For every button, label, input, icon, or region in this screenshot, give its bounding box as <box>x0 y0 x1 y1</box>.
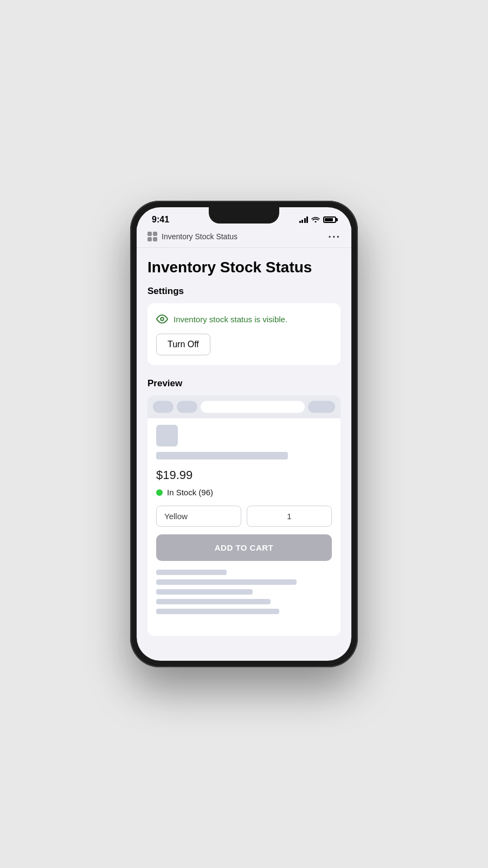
phone-frame: 9:41 <box>130 201 358 667</box>
product-title-placeholder <box>156 452 288 459</box>
signal-icon <box>299 216 309 223</box>
svg-point-0 <box>160 317 164 321</box>
preview-section: Preview $19.99 <box>147 378 341 636</box>
product-image-placeholder <box>156 425 178 446</box>
variant-value: Yellow <box>164 512 188 521</box>
desc-line-1 <box>156 570 227 575</box>
phone-screen: 9:41 <box>137 207 351 661</box>
preview-product-area: $19.99 In Stock (96) Yellow 1 <box>147 425 341 636</box>
battery-icon <box>323 216 336 223</box>
desc-line-4 <box>156 599 271 604</box>
desc-line-2 <box>156 579 297 585</box>
preview-tab-end <box>308 401 335 413</box>
status-icons <box>299 216 337 224</box>
preview-card: $19.99 In Stock (96) Yellow 1 <box>147 395 341 636</box>
preview-tab-active <box>201 401 305 413</box>
in-stock-row: In Stock (96) <box>156 488 332 497</box>
nav-bar: Inventory Stock Status ··· <box>137 227 351 248</box>
product-price: $19.99 <box>156 468 332 482</box>
add-to-cart-button[interactable]: ADD TO CART <box>156 534 332 561</box>
stock-dot <box>156 489 163 496</box>
desc-line-5 <box>156 609 279 614</box>
more-menu-button[interactable]: ··· <box>328 231 341 242</box>
settings-section-title: Settings <box>147 286 341 297</box>
in-stock-text: In Stock (96) <box>167 488 213 497</box>
description-placeholder <box>156 570 332 627</box>
quantity-selector[interactable]: 1 <box>247 506 332 527</box>
preview-tab-2 <box>177 401 197 413</box>
preview-tab-1 <box>153 401 174 413</box>
notch <box>209 207 279 224</box>
nav-title: Inventory Stock Status <box>162 232 237 241</box>
page-title: Inventory Stock Status <box>147 259 341 276</box>
variant-selector[interactable]: Yellow <box>156 506 241 527</box>
settings-card: Inventory stock status is visible. Turn … <box>147 303 341 365</box>
desc-line-3 <box>156 589 253 595</box>
app-icon <box>147 232 157 241</box>
preview-section-title: Preview <box>147 378 341 389</box>
wifi-icon <box>311 216 320 224</box>
variant-row: Yellow 1 <box>156 506 332 527</box>
status-message-row: Inventory stock status is visible. <box>156 313 332 325</box>
quantity-value: 1 <box>287 512 291 521</box>
turn-off-button[interactable]: Turn Off <box>156 334 210 355</box>
status-visible-text: Inventory stock status is visible. <box>174 315 287 324</box>
eye-icon <box>156 313 168 325</box>
content-area: Inventory Stock Status Settings Inventor… <box>137 248 351 653</box>
status-time: 9:41 <box>152 215 169 225</box>
nav-left: Inventory Stock Status <box>147 232 237 241</box>
preview-tabs <box>147 395 341 418</box>
